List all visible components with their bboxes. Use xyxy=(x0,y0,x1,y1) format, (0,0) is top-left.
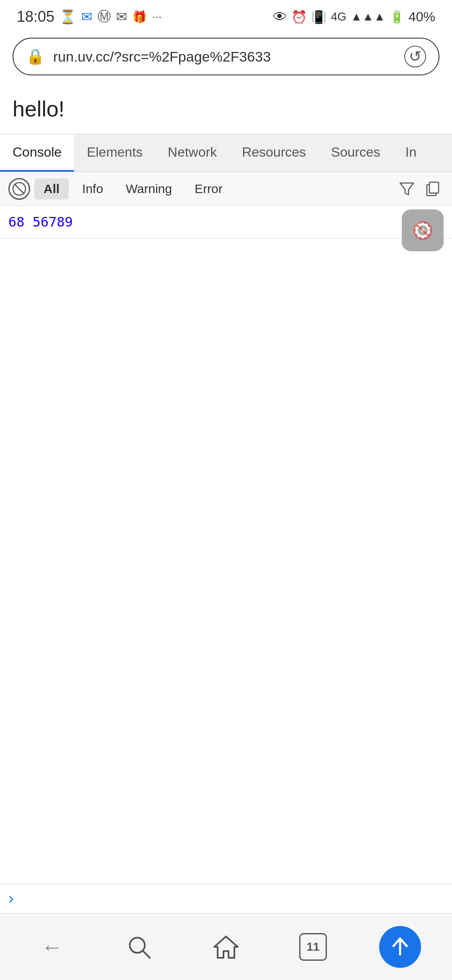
mail-icon: ✉ xyxy=(81,9,92,25)
battery-icon: 🔋 xyxy=(390,10,404,24)
console-chevron-icon[interactable]: › xyxy=(8,890,14,908)
vibrate-icon: 📳 xyxy=(311,10,326,24)
svg-rect-4 xyxy=(429,182,439,193)
tabs-count-box[interactable]: 11 xyxy=(299,933,327,961)
status-time: 18:05 xyxy=(17,8,54,26)
app-icon-1: ✉ xyxy=(116,9,127,25)
refresh-icon: ↺ xyxy=(409,49,421,64)
hourglass-icon: ⏳ xyxy=(59,9,76,25)
upload-icon xyxy=(388,934,413,959)
tabs-count: 11 xyxy=(306,940,319,954)
tab-network[interactable]: Network xyxy=(155,134,229,172)
eye-icon: 👁 xyxy=(273,9,287,25)
svg-line-6 xyxy=(143,951,150,958)
tab-elements[interactable]: Elements xyxy=(74,134,155,172)
tab-sources[interactable]: Sources xyxy=(318,134,393,172)
address-bar-container: 🔒 run.uv.cc/?src=%2Fpage%2F3633 ↺ xyxy=(0,34,452,84)
copy-icon xyxy=(425,181,440,196)
nav-bar: ← 11 xyxy=(0,913,452,980)
filter-icon-button[interactable] xyxy=(396,178,418,200)
devtools-gear-button[interactable]: ⚙ 🚫 xyxy=(402,209,444,251)
filter-all-button[interactable]: All xyxy=(34,178,69,199)
page-content: hello! xyxy=(0,84,452,134)
svg-marker-2 xyxy=(400,183,413,195)
no-entry-overlay: 🚫 xyxy=(412,221,433,240)
devtools-panel: Console Elements Network Resources Sourc… xyxy=(0,134,452,616)
funnel-icon xyxy=(399,181,414,196)
back-icon: ← xyxy=(41,934,63,959)
home-button[interactable] xyxy=(205,926,247,968)
console-toolbar: All Info Warning Error xyxy=(0,172,452,206)
tab-console[interactable]: Console xyxy=(0,134,74,172)
console-prompt-area[interactable]: › xyxy=(0,884,452,913)
no-entry-icon xyxy=(12,182,26,196)
signal-4g-icon: 4G xyxy=(331,10,346,23)
copy-icon-button[interactable] xyxy=(422,178,444,200)
tab-resources[interactable]: Resources xyxy=(229,134,318,172)
alarm-icon: ⏰ xyxy=(291,10,307,24)
devtools-tabs: Console Elements Network Resources Sourc… xyxy=(0,134,452,172)
home-icon xyxy=(213,934,239,959)
upload-button[interactable] xyxy=(379,926,421,968)
status-left: 18:05 ⏳ ✉ Ⓜ ✉ 🎁 ··· xyxy=(17,8,162,26)
notification-icon: Ⓜ xyxy=(98,8,111,26)
svg-marker-7 xyxy=(214,936,238,958)
console-output: 68 56789 xyxy=(0,206,452,239)
console-log-line-1: 68 56789 xyxy=(8,210,444,234)
status-bar: 18:05 ⏳ ✉ Ⓜ ✉ 🎁 ··· 👁 ⏰ 📳 4G ▲▲▲ 🔋 40% xyxy=(0,0,452,34)
hello-text: hello! xyxy=(13,97,64,121)
refresh-button[interactable]: ↺ xyxy=(404,46,426,67)
back-button[interactable]: ← xyxy=(31,926,73,968)
app-icon-2: 🎁 xyxy=(132,10,147,24)
search-button[interactable] xyxy=(118,926,160,968)
more-icon: ··· xyxy=(152,10,162,23)
status-right: 👁 ⏰ 📳 4G ▲▲▲ 🔋 40% xyxy=(273,9,435,25)
no-entry-button[interactable] xyxy=(8,178,30,200)
filter-warning-button[interactable]: Warning xyxy=(116,178,181,199)
console-empty-area xyxy=(0,239,452,616)
url-text[interactable]: run.uv.cc/?src=%2Fpage%2F3633 xyxy=(53,49,396,65)
search-icon xyxy=(126,934,152,959)
address-bar[interactable]: 🔒 run.uv.cc/?src=%2Fpage%2F3633 ↺ xyxy=(13,38,439,75)
tab-info[interactable]: In xyxy=(393,134,429,172)
filter-error-button[interactable]: Error xyxy=(185,178,232,199)
svg-line-1 xyxy=(14,184,24,194)
tabs-button[interactable]: 11 xyxy=(292,926,334,968)
lock-icon: 🔒 xyxy=(26,48,45,65)
wifi-bars-icon: ▲▲▲ xyxy=(351,10,385,23)
battery-level: 40% xyxy=(408,9,435,25)
filter-info-button[interactable]: Info xyxy=(73,178,112,199)
